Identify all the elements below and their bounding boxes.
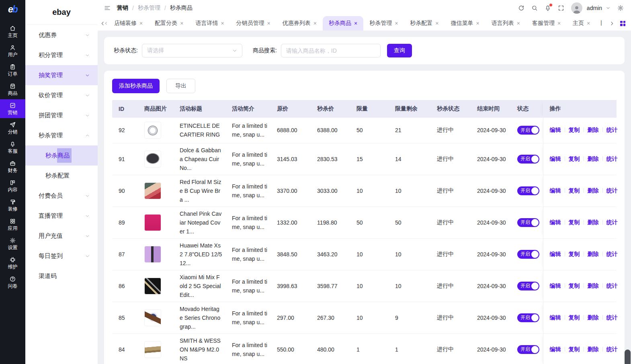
rail-item-内容[interactable]: 内容 [0,176,25,195]
status-toggle[interactable]: 开启 [517,345,539,354]
rail-item-问卷[interactable]: 问卷 [0,273,25,292]
status-toggle[interactable]: 开启 [517,282,539,290]
brand-logo[interactable]: eb [8,0,17,18]
fullscreen-icon[interactable] [558,5,564,11]
action-复制[interactable]: 复制 [569,155,580,162]
username[interactable]: admin [587,5,602,11]
status-toggle[interactable]: 开启 [517,155,539,164]
tab-close-icon[interactable]: × [180,20,183,26]
tab-秒杀配置[interactable]: 秒杀配置× [404,16,445,31]
rail-item-商品[interactable]: 商品 [0,80,25,99]
action-统计[interactable]: 统计 [606,127,618,133]
rail-item-订单[interactable]: 订单 [0,61,25,80]
rail-item-用户[interactable]: 用户 [0,41,25,60]
status-toggle[interactable]: 开启 [517,126,539,135]
rail-item-营销[interactable]: 营销 [0,99,25,118]
chevron-down-icon[interactable] [609,6,611,10]
sidebar-item-优惠券[interactable]: 优惠券 [25,25,98,45]
tab-秒杀管理[interactable]: 秒杀管理× [363,16,404,31]
tab-语言详情[interactable]: 语言详情× [189,16,230,31]
action-编辑[interactable]: 编辑 [550,282,561,289]
tab-close-icon[interactable]: × [267,20,270,26]
status-toggle[interactable]: 开启 [517,250,539,259]
page-scrollbar-thumb[interactable] [625,350,631,364]
tab-close-icon[interactable]: × [517,20,520,26]
action-统计[interactable]: 统计 [606,251,618,257]
seckill-status-select[interactable]: 请选择 [142,44,242,57]
notifications-bell-icon[interactable] [545,5,551,11]
rail-item-主页[interactable]: 主页 [0,22,25,41]
sidebar-item-砍价管理[interactable]: 砍价管理 [25,85,98,105]
breadcrumb-item[interactable]: 营销 [117,4,128,12]
tab-客服管理[interactable]: 客服管理× [526,16,567,31]
action-编辑[interactable]: 编辑 [550,187,561,194]
tab-close-icon[interactable]: × [557,20,561,26]
sidebar-item-拼团管理[interactable]: 拼团管理 [25,105,98,125]
sidebar-item-用户充值[interactable]: 用户充值 [25,226,98,246]
action-删除[interactable]: 删除 [588,127,599,133]
search-icon[interactable] [531,5,538,11]
collapse-menu-icon[interactable] [104,5,111,11]
tab-close-icon[interactable]: × [476,20,479,26]
action-删除[interactable]: 删除 [588,155,599,162]
action-删除[interactable]: 删除 [588,187,599,194]
action-删除[interactable]: 删除 [588,282,599,289]
sidebar-item-渠道码[interactable]: 渠道码 [25,266,98,286]
action-删除[interactable]: 删除 [588,251,599,257]
rail-item-维护[interactable]: 维护 [0,254,25,272]
sidebar-item-秒杀配置[interactable]: 秒杀配置 [25,166,98,186]
action-复制[interactable]: 复制 [569,314,580,321]
tab-分销员管理[interactable]: 分销员管理× [230,16,277,31]
action-编辑[interactable]: 编辑 [550,346,561,352]
action-删除[interactable]: 删除 [588,314,599,321]
action-统计[interactable]: 统计 [606,346,618,352]
rail-item-装修[interactable]: 装修 [0,196,25,215]
tab-close-icon[interactable]: × [395,20,398,26]
action-复制[interactable]: 复制 [569,346,580,352]
sidebar-item-直播管理[interactable]: 直播管理 [25,206,98,226]
tab-close-icon[interactable]: × [139,20,143,26]
tab-close-icon[interactable]: × [313,20,317,26]
tab-秒杀商品[interactable]: 秒杀商品× [323,16,363,31]
sidebar-item-积分管理[interactable]: 积分管理 [25,45,98,65]
action-统计[interactable]: 统计 [606,187,618,194]
tab-close-icon[interactable]: × [354,20,357,26]
sidebar-item-秒杀管理[interactable]: 秒杀管理 [25,125,98,145]
action-复制[interactable]: 复制 [569,219,580,225]
status-toggle[interactable]: 开启 [517,186,539,195]
sidebar-brand-name[interactable]: ebay [25,0,98,25]
action-删除[interactable]: 删除 [588,219,599,225]
action-复制[interactable]: 复制 [569,187,580,194]
tab-微信菜单[interactable]: 微信菜单× [445,16,486,31]
breadcrumb-item[interactable]: 秒杀管理 [138,4,160,12]
sidebar-item-每日签到[interactable]: 每日签到 [25,246,98,266]
tabs-scroll-left-icon[interactable] [100,21,108,26]
status-toggle[interactable]: 开启 [517,218,539,227]
tab-close-icon[interactable]: × [587,20,590,26]
tab-丨[interactable]: 丨 [596,16,602,31]
tab-主页[interactable]: 主页× [567,16,596,31]
tab-options-grid-icon[interactable] [620,21,625,26]
tab-语言列表[interactable]: 语言列表× [486,16,526,31]
query-button[interactable]: 查询 [387,44,412,57]
sidebar-item-秒杀商品[interactable]: 秒杀商品 [25,145,98,166]
sidebar-item-抽奖管理[interactable]: 抽奖管理 [25,65,98,85]
settings-gear-icon[interactable] [617,5,624,11]
status-toggle[interactable]: 开启 [517,313,539,322]
action-编辑[interactable]: 编辑 [550,219,561,225]
tab-店铺装修[interactable]: 店铺装修× [108,16,149,31]
add-seckill-goods-button[interactable]: 添加秒杀商品 [112,79,160,93]
tab-优惠券列表[interactable]: 优惠券列表× [277,16,323,31]
action-统计[interactable]: 统计 [606,155,618,162]
export-button[interactable]: 导出 [166,79,195,93]
action-复制[interactable]: 复制 [569,251,580,257]
action-统计[interactable]: 统计 [606,282,618,289]
action-编辑[interactable]: 编辑 [550,127,561,133]
action-统计[interactable]: 统计 [606,219,618,225]
rail-item-客服[interactable]: 客服 [0,138,25,157]
action-删除[interactable]: 删除 [588,346,599,352]
tab-close-icon[interactable]: × [435,20,438,26]
rail-item-分销[interactable]: 分销 [0,119,25,137]
tab-配置分类[interactable]: 配置分类× [149,16,189,31]
rail-item-应用[interactable]: 应用 [0,215,25,234]
